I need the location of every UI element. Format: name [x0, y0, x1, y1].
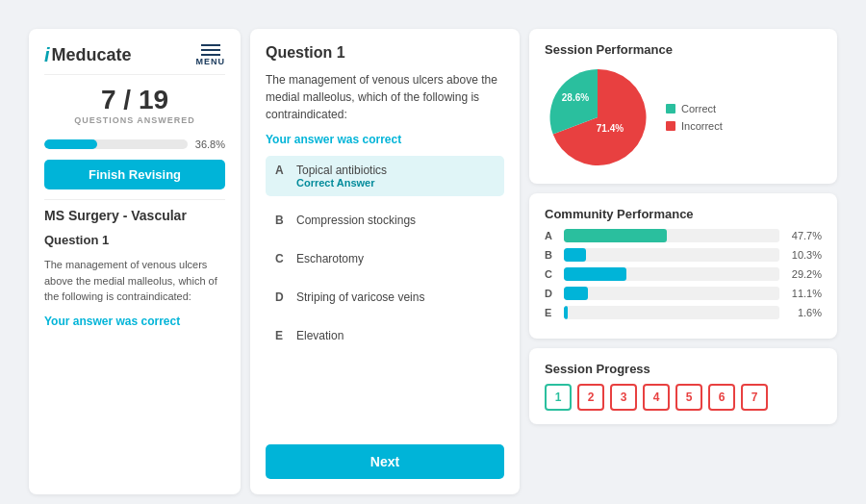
community-row-c: C 29.2%: [545, 267, 822, 281]
question-title: Question 1: [266, 44, 504, 62]
progress-num-7[interactable]: 7: [741, 384, 768, 411]
score-number: 7 / 19: [44, 85, 225, 115]
progress-bar-fill: [44, 139, 97, 149]
app-container: i Meducate MENU 7 / 19 QUESTIONS ANSWERE…: [10, 10, 856, 504]
progress-bar-container: 36.8%: [44, 139, 225, 150]
progress-percent: 36.8%: [195, 139, 225, 150]
logo-text: Meducate: [52, 45, 132, 65]
left-correct-label: Your answer was correct: [44, 315, 225, 328]
option-letter-d: D: [275, 290, 289, 304]
comm-pct-d: 11.1%: [787, 288, 822, 299]
legend-incorrect: Incorrect: [666, 120, 723, 132]
community-performance-card: Community Performance A 47.7% B 10.3% C …: [529, 193, 837, 339]
right-panel: Session Performance 71.4%: [529, 29, 837, 494]
question-text: The management of venous ulcers above th…: [266, 71, 504, 123]
community-performance-title: Community Performance: [545, 207, 822, 221]
community-bars: A 47.7% B 10.3% C 29.2% D 11.1% E: [545, 229, 822, 319]
option-text-e: Elevation: [296, 329, 344, 342]
pie-container: 71.4% 28.6% Correct Incorrect: [545, 64, 822, 170]
comm-bar-fill-e: [564, 306, 568, 319]
progress-num-3[interactable]: 3: [610, 384, 637, 411]
session-performance-card: Session Performance 71.4%: [529, 29, 837, 184]
left-panel: i Meducate MENU 7 / 19 QUESTIONS ANSWERE…: [29, 29, 241, 494]
logo-i: i: [44, 44, 50, 66]
option-letter-b: B: [275, 214, 289, 227]
comm-bar-track-d: [564, 287, 779, 300]
comm-letter-b: B: [545, 249, 556, 261]
svg-text:28.6%: 28.6%: [562, 92, 589, 103]
left-question-text: The management of venous ulcers above th…: [44, 257, 225, 305]
option-text-b: Compression stockings: [296, 214, 416, 227]
comm-bar-track-b: [564, 248, 779, 262]
menu-label: MENU: [196, 57, 226, 66]
svg-text:71.4%: 71.4%: [597, 123, 624, 134]
option-letter-c: C: [275, 252, 289, 265]
option-letter-e: E: [275, 329, 289, 342]
answer-option-b[interactable]: B Compression stockings: [266, 206, 504, 235]
comm-bar-track-e: [564, 306, 779, 319]
progress-num-2[interactable]: 2: [577, 384, 604, 411]
correct-answer-label: Your answer was correct: [266, 133, 504, 146]
answer-option-e[interactable]: E Elevation: [266, 321, 504, 350]
comm-pct-b: 10.3%: [787, 249, 822, 261]
comm-bar-fill-c: [564, 267, 626, 281]
questions-answered-label: QUESTIONS ANSWERED: [44, 115, 225, 125]
community-row-a: A 47.7%: [545, 229, 822, 242]
comm-pct-e: 1.6%: [787, 307, 822, 318]
legend-correct: Correct: [666, 103, 723, 114]
session-performance-title: Session Performance: [545, 42, 822, 57]
progress-num-4[interactable]: 4: [643, 384, 670, 411]
progress-num-1[interactable]: 1: [545, 384, 572, 411]
progress-num-6[interactable]: 6: [708, 384, 735, 411]
comm-pct-c: 29.2%: [787, 268, 822, 280]
comm-bar-track-c: [564, 267, 779, 281]
community-row-b: B 10.3%: [545, 248, 822, 262]
progress-num-5[interactable]: 5: [675, 384, 702, 411]
comm-bar-fill-d: [564, 287, 588, 300]
comm-letter-e: E: [545, 307, 556, 318]
subject-title: MS Surgery - Vascular: [44, 199, 225, 223]
comm-bar-fill-a: [564, 229, 667, 242]
legend-incorrect-dot: [666, 121, 675, 131]
progress-nums: 1234567: [545, 384, 822, 411]
option-text-c: Escharotomy: [296, 252, 364, 265]
left-question-label: Question 1: [44, 233, 225, 247]
session-progress-card: Session Progress 1234567: [529, 348, 837, 424]
mid-panel: Question 1 The management of venous ulce…: [250, 29, 520, 494]
menu-icon: [201, 44, 220, 56]
menu-button[interactable]: MENU: [196, 44, 226, 66]
pie-chart: 71.4% 28.6%: [545, 64, 650, 170]
community-row-d: D 11.1%: [545, 287, 822, 300]
comm-letter-d: D: [545, 288, 556, 299]
logo: i Meducate: [44, 44, 132, 66]
logo-row: i Meducate MENU: [44, 44, 225, 75]
option-text-d: Striping of varicose veins: [296, 290, 424, 304]
legend-correct-dot: [666, 104, 675, 113]
legend-correct-label: Correct: [681, 103, 716, 114]
community-row-e: E 1.6%: [545, 306, 822, 319]
comm-letter-c: C: [545, 268, 556, 280]
legend-incorrect-label: Incorrect: [681, 120, 723, 132]
finish-revising-button[interactable]: Finish Revising: [44, 160, 225, 189]
answer-option-c[interactable]: C Escharotomy: [266, 244, 504, 273]
comm-letter-a: A: [545, 230, 556, 241]
progress-bar-track: [44, 139, 188, 149]
answer-option-a[interactable]: A Topical antibiotics Correct Answer: [266, 156, 504, 196]
answer-option-d[interactable]: D Striping of varicose veins: [266, 283, 504, 312]
comm-pct-a: 47.7%: [787, 230, 822, 241]
score-section: 7 / 19 QUESTIONS ANSWERED: [44, 85, 225, 125]
comm-bar-track-a: [564, 229, 779, 242]
session-progress-title: Session Progress: [545, 362, 822, 376]
next-button[interactable]: Next: [266, 444, 504, 479]
comm-bar-fill-b: [564, 248, 586, 262]
pie-legend: Correct Incorrect: [666, 103, 723, 132]
option-letter-a: A: [275, 164, 289, 177]
option-text-a: Topical antibiotics Correct Answer: [296, 164, 387, 189]
